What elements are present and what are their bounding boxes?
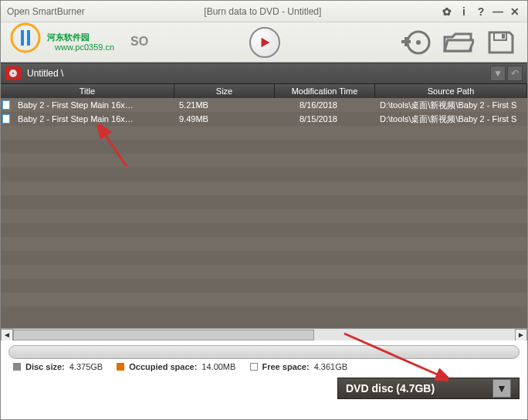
cell-mod: 8/16/2018 — [275, 100, 375, 110]
svg-point-11 — [12, 73, 14, 74]
cell-size: 5.21MB — [174, 100, 275, 110]
watermark-url: www.pc0359.cn — [55, 42, 114, 52]
up-button[interactable]: ↶ — [507, 66, 523, 81]
disc-size-value: 4.375GB — [69, 362, 103, 371]
scroll-left-icon[interactable]: ◄ — [1, 329, 13, 341]
table-row-empty — [1, 181, 527, 195]
occupied-value: 14.00MB — [201, 362, 235, 371]
table-row-empty — [1, 307, 527, 320]
settings-icon[interactable]: ✿ — [441, 5, 453, 18]
occupied-swatch — [117, 363, 124, 371]
close-icon[interactable]: ✕ — [509, 5, 521, 18]
table-row-empty — [1, 154, 527, 168]
free-swatch — [250, 363, 258, 371]
save-button[interactable] — [482, 27, 520, 58]
document-title: [Burn data to DVD - Untitled] — [85, 6, 441, 17]
add-disc-button[interactable] — [396, 27, 433, 58]
free-label: Free space: — [262, 362, 310, 371]
table-row-empty — [1, 223, 527, 237]
down-button[interactable]: ▼ — [490, 66, 506, 81]
svg-rect-7 — [404, 37, 408, 46]
titlebar: Open SmartBurner [Burn data to DVD - Unt… — [1, 1, 527, 22]
window-controls: ✿ i ? — ✕ — [441, 5, 521, 18]
cell-size: 9.49MB — [174, 114, 275, 124]
table-row[interactable]: Baby 2 - First Step Main 16x… 9.49MB 8/1… — [1, 112, 527, 126]
disc-size-swatch — [13, 363, 21, 371]
cell-path: D:\tools\桌面\新视频\Baby 2 - First S — [375, 113, 527, 125]
svg-marker-3 — [262, 38, 270, 48]
horizontal-scrollbar[interactable]: ◄ ► — [1, 328, 527, 340]
table-row[interactable]: Baby 2 - First Step Main 16x… 5.21MB 8/1… — [1, 98, 527, 112]
col-size[interactable]: Size — [174, 84, 275, 98]
scroll-thumb[interactable] — [13, 330, 314, 340]
open-folder-button[interactable] — [439, 27, 476, 58]
dvd-icon — [5, 66, 21, 80]
table-row-empty — [1, 237, 527, 251]
table-header: Title Size Modification Time Source Path — [1, 84, 527, 98]
disc-info: Disc size: 4.375GB Occupied space: 14.00… — [1, 361, 527, 373]
capacity-bar — [8, 345, 520, 359]
toolbar: 河东软件园 www.pc0359.cn SO — [1, 22, 527, 63]
breadcrumb: Untitled \ ▼ ↶ — [1, 63, 527, 84]
col-mod[interactable]: Modification Time — [275, 84, 375, 98]
disc-size-label: Disc size: — [25, 362, 65, 371]
info-icon[interactable]: i — [458, 5, 470, 18]
scroll-track[interactable] — [13, 330, 515, 340]
help-icon[interactable]: ? — [475, 5, 487, 18]
table-row-empty — [1, 195, 527, 209]
cell-title: Baby 2 - First Step Main 16x… — [13, 100, 174, 110]
table-row-empty — [1, 209, 527, 223]
table-row-empty — [1, 279, 527, 293]
file-icon — [1, 114, 13, 124]
cell-title: Baby 2 - First Step Main 16x… — [13, 114, 174, 124]
breadcrumb-path[interactable]: Untitled \ — [27, 68, 490, 79]
table-row-empty — [1, 126, 527, 140]
file-icon — [1, 100, 13, 110]
svg-point-5 — [416, 40, 421, 45]
burn-button[interactable] — [249, 27, 280, 58]
app-title: Open SmartBurner — [7, 6, 85, 17]
disc-type-label: DVD disc (4.7GB) — [346, 382, 435, 395]
table-row-empty — [1, 251, 527, 265]
minimize-icon[interactable]: — — [492, 5, 504, 18]
watermark-text: 河东软件园 — [47, 32, 90, 43]
table-row-empty — [1, 265, 527, 279]
chevron-down-icon[interactable]: ▼ — [492, 379, 511, 398]
table-row-empty — [1, 293, 527, 307]
free-value: 4.361GB — [314, 362, 347, 371]
occupied-label: Occupied space: — [129, 362, 197, 371]
table-row-empty — [1, 140, 527, 154]
cell-path: D:\tools\桌面\新视频\Baby 2 - First S — [375, 100, 527, 111]
file-table: Title Size Modification Time Source Path… — [1, 84, 527, 340]
col-title[interactable]: Title — [1, 84, 174, 98]
col-path[interactable]: Source Path — [375, 84, 527, 98]
iso-label: SO — [130, 35, 148, 49]
table-row-empty — [1, 168, 527, 181]
cell-mod: 8/15/2018 — [275, 114, 375, 124]
scroll-right-icon[interactable]: ► — [515, 329, 527, 341]
disc-type-select[interactable]: DVD disc (4.7GB) ▼ — [337, 378, 520, 399]
svg-rect-9 — [502, 34, 505, 39]
